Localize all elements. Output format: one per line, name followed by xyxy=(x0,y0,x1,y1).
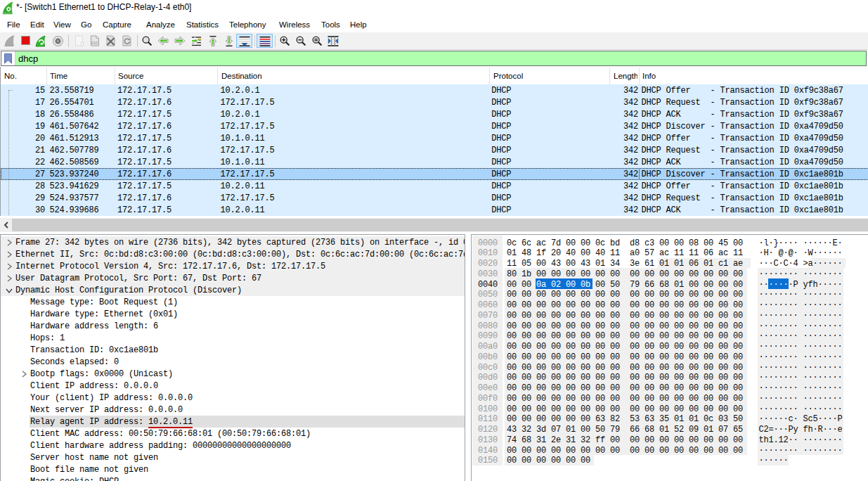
svg-text:010: 010 xyxy=(91,41,98,45)
